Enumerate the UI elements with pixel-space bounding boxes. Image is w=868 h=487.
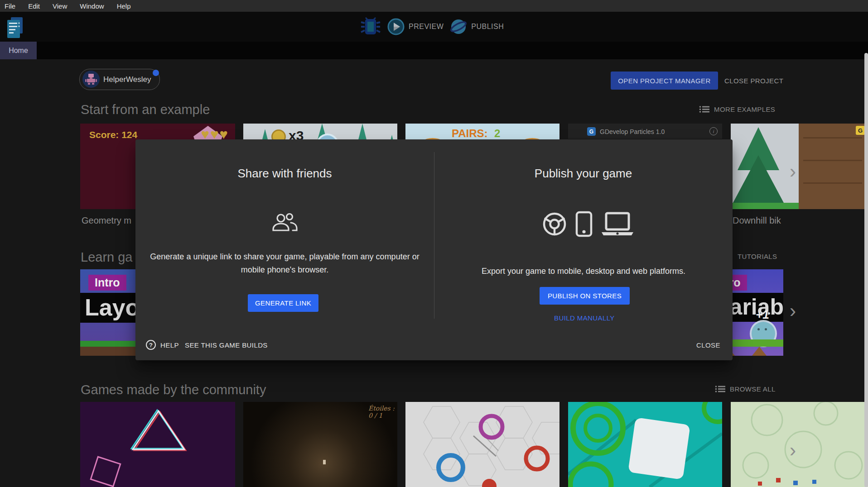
help-icon: ? <box>145 339 156 350</box>
stars-counter: Étoiles : 0 / 1 <box>368 405 397 419</box>
share-dialog: Share with friends Generate a unique lin… <box>135 139 733 360</box>
username: HelperWesley <box>103 75 151 84</box>
dirt-wall <box>799 124 868 209</box>
community-thumb-hexagons[interactable] <box>405 402 559 487</box>
user-chip[interactable]: HelperWesley <box>79 69 160 90</box>
debug-icon[interactable] <box>360 17 381 37</box>
community-section-title: Games made by the community <box>81 382 266 397</box>
project-manager-icon[interactable] <box>5 16 25 40</box>
tutorials-label: TUTORIALS <box>738 253 777 260</box>
community-thumb-rings[interactable] <box>568 402 722 487</box>
dirt-line <box>803 182 862 184</box>
close-project-button[interactable]: CLOSE PROJECT <box>722 75 786 86</box>
preview-label: PREVIEW <box>409 23 444 31</box>
chevron-right-icon[interactable]: › <box>790 301 796 320</box>
example-caption: Geometry m <box>82 215 131 226</box>
chrome-icon <box>542 211 567 237</box>
gdevelop-mini-logo: G <box>587 127 596 136</box>
chevron-right-icon[interactable]: › <box>790 162 796 181</box>
community-thumb-campfire[interactable]: Étoiles : 0 / 1 <box>243 402 397 487</box>
preview-play-icon <box>387 18 405 35</box>
help-button[interactable]: ? HELP <box>145 339 179 350</box>
tab-home-label: Home <box>9 47 28 55</box>
dirt-line <box>803 137 862 138</box>
community-thumb-bubbles[interactable] <box>731 402 868 487</box>
build-manually-button[interactable]: BUILD MANUALLY <box>551 314 617 322</box>
menu-window[interactable]: Window <box>80 2 104 10</box>
browse-all-label: BROWSE ALL <box>730 385 776 393</box>
browse-all-button[interactable]: BROWSE ALL <box>715 385 776 393</box>
ghost-eye <box>757 328 760 330</box>
publish-body-text: Export your game to mobile, desktop and … <box>448 265 719 278</box>
menu-bar: File Edit View Window Help <box>0 0 868 12</box>
publish-on-stores-button[interactable]: PUBLISH ON STORES <box>540 287 630 305</box>
avatar <box>82 71 100 88</box>
svg-text:?: ? <box>149 342 153 349</box>
preview-button[interactable]: PREVIEW <box>387 18 444 35</box>
tab-home[interactable]: Home <box>0 42 37 59</box>
app-window: File Edit View Window Help <box>0 0 868 487</box>
badge: G <box>856 126 865 135</box>
ghost-eye <box>765 328 767 330</box>
example-caption: Downhill bik <box>733 215 781 226</box>
examples-section-title: Start from an example <box>81 102 210 117</box>
menu-help[interactable]: Help <box>117 2 131 10</box>
publish-title: Publish your game <box>434 167 733 181</box>
tutorials-button[interactable]: TUTORIALS <box>738 253 777 260</box>
particles-title: GDevelop Particles 1.0 <box>600 128 665 135</box>
menu-edit[interactable]: Edit <box>28 2 40 10</box>
example-thumb-downhill[interactable]: G <box>731 124 868 209</box>
platform-icons <box>542 211 634 237</box>
info-icon[interactable]: i <box>709 127 718 135</box>
chevron-right-icon[interactable]: › <box>790 441 796 460</box>
publish-label: PUBLISH <box>471 23 504 31</box>
close-dialog-button[interactable]: CLOSE <box>696 341 720 349</box>
generate-link-button[interactable]: GENERATE LINK <box>248 294 318 312</box>
community-thumb-neon[interactable] <box>80 402 235 487</box>
menu-file[interactable]: File <box>5 2 15 10</box>
open-project-manager-button[interactable]: OPEN PROJECT MANAGER <box>611 72 718 90</box>
intro-badge: Intro <box>88 275 126 291</box>
grass-strip <box>731 203 799 209</box>
score-label: Score: 124 <box>89 129 137 140</box>
scrollbar-thumb[interactable] <box>864 53 868 487</box>
menu-view[interactable]: View <box>53 2 67 10</box>
tab-bar <box>0 42 868 59</box>
list-icon <box>715 385 726 393</box>
tiny-player <box>323 460 326 464</box>
share-title: Share with friends <box>135 167 434 181</box>
dirt-line <box>803 160 862 161</box>
smartphone-icon <box>575 211 593 237</box>
publish-globe-icon <box>450 18 467 35</box>
pairs-value: 2 <box>494 127 500 140</box>
list-icon <box>699 105 710 113</box>
publish-button[interactable]: PUBLISH <box>450 18 504 35</box>
see-builds-button[interactable]: SEE THIS GAME BUILDS <box>185 341 268 349</box>
help-label: HELP <box>160 341 179 349</box>
learn-section-title: Learn ga <box>81 250 133 265</box>
people-icon <box>271 212 298 233</box>
more-examples-label: MORE EXAMPLES <box>714 105 775 113</box>
laptop-icon <box>601 211 634 237</box>
pairs-label: PAIRS: <box>452 127 488 140</box>
notification-dot <box>153 70 159 76</box>
spike <box>752 347 767 356</box>
more-examples-button[interactable]: MORE EXAMPLES <box>699 105 775 113</box>
pine-tree <box>733 155 784 203</box>
share-body-text: Generate a unique link to share your gam… <box>150 250 420 277</box>
toolbar-center: PREVIEW PUBLISH <box>360 12 504 42</box>
